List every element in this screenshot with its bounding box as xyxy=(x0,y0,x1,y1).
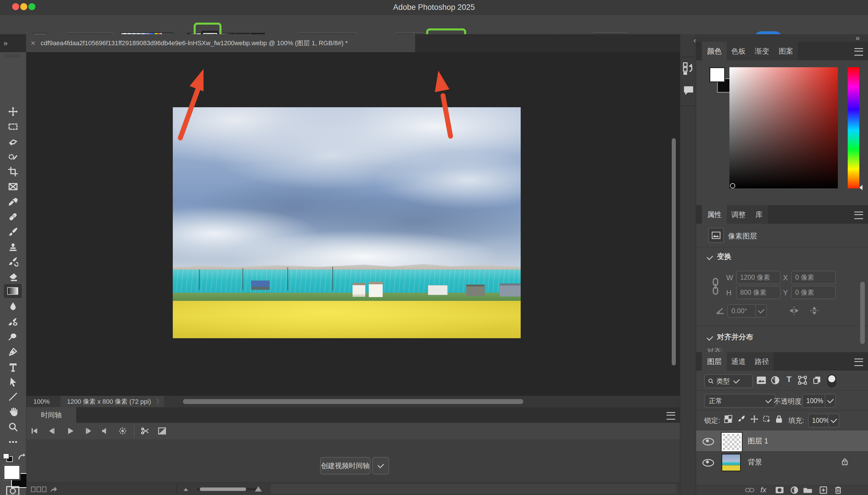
document-info[interactable]: 1200 像素 x 800 像素 (72 ppi) 〉 xyxy=(61,396,164,407)
layer-row-background[interactable]: 背景 xyxy=(696,451,868,473)
transform-collapse-icon[interactable] xyxy=(707,254,713,260)
tab-properties[interactable]: 属性 xyxy=(702,205,727,224)
flip-vertical-icon[interactable] xyxy=(809,305,820,316)
width-field[interactable]: 1200 像素 xyxy=(736,271,781,284)
filter-smart-object-icon[interactable] xyxy=(813,376,821,385)
lock-transparency-icon[interactable] xyxy=(724,415,733,423)
tab-gradients[interactable]: 渐变 xyxy=(750,42,774,60)
path-selection-tool[interactable] xyxy=(4,375,22,389)
tab-color[interactable]: 颜色 xyxy=(702,42,727,60)
comments-icon[interactable] xyxy=(683,85,694,96)
panel-foreground-swatch[interactable] xyxy=(710,67,725,82)
adjustment-layer-icon[interactable] xyxy=(790,486,799,494)
smudge-tool[interactable] xyxy=(4,314,22,329)
tab-timeline[interactable]: 时间轴 xyxy=(27,407,76,423)
move-tool[interactable] xyxy=(4,104,22,119)
crop-tool[interactable] xyxy=(4,164,22,179)
swap-colors-icon[interactable] xyxy=(17,453,27,461)
layer-visibility-eye-icon[interactable] xyxy=(702,459,714,466)
flip-horizontal-icon[interactable] xyxy=(788,305,800,316)
color-panel-menu-icon[interactable] xyxy=(854,48,863,56)
blend-mode-dropdown[interactable]: 正常 xyxy=(704,394,776,408)
toolbar-grip[interactable] xyxy=(6,54,20,57)
eraser-tool[interactable] xyxy=(4,270,22,284)
lasso-tool[interactable] xyxy=(4,135,22,149)
rectangular-marquee-tool[interactable] xyxy=(4,119,22,134)
lock-artboard-icon[interactable] xyxy=(762,415,771,423)
align-collapse-icon[interactable] xyxy=(707,334,713,341)
object-selection-tool[interactable] xyxy=(4,150,22,164)
lock-all-icon[interactable] xyxy=(775,415,783,423)
add-layer-mask-icon[interactable] xyxy=(775,486,784,494)
layer-filter-dropdown[interactable]: 类型 xyxy=(704,374,753,388)
height-field[interactable]: 800 像素 xyxy=(736,286,781,299)
zoom-out-small-icon[interactable] xyxy=(183,488,189,492)
angle-chevron[interactable] xyxy=(755,304,767,318)
link-dimensions-icon[interactable] xyxy=(711,278,720,295)
filter-type-icon[interactable]: T xyxy=(786,375,792,384)
lock-position-icon[interactable] xyxy=(750,415,759,423)
background-lock-icon[interactable] xyxy=(841,457,849,466)
clone-stamp-tool[interactable] xyxy=(4,239,22,254)
y-field[interactable]: 0 像素 xyxy=(791,286,836,299)
link-layers-icon[interactable] xyxy=(745,486,755,494)
healing-brush-tool[interactable] xyxy=(4,209,22,224)
dock-grip[interactable] xyxy=(682,56,694,58)
zoom-level[interactable]: 100% xyxy=(33,398,50,406)
layer-name[interactable]: 图层 1 xyxy=(748,436,768,446)
zoom-tool[interactable] xyxy=(4,420,22,434)
layer-thumbnail-transparent[interactable] xyxy=(721,433,742,451)
play-icon[interactable] xyxy=(66,426,75,436)
frame-view-icon[interactable] xyxy=(31,487,46,492)
lock-pixels-icon[interactable] xyxy=(737,415,746,423)
dodge-tool[interactable] xyxy=(4,329,22,344)
tab-patterns[interactable]: 图案 xyxy=(774,42,798,60)
canvas-area[interactable] xyxy=(27,52,680,396)
quick-mask-icon[interactable] xyxy=(6,486,20,495)
filter-adjustment-icon[interactable] xyxy=(771,376,780,385)
timeline-horizontal-scrollbar[interactable] xyxy=(271,484,677,494)
audio-mute-icon[interactable] xyxy=(101,426,110,436)
tab-swatches[interactable]: 色板 xyxy=(727,42,750,60)
delete-layer-trash-icon[interactable] xyxy=(834,486,842,494)
pen-tool[interactable] xyxy=(4,345,22,359)
layer-style-fx-icon[interactable]: fx xyxy=(761,485,766,494)
create-video-timeline-button[interactable]: 创建视频时间轴 xyxy=(320,457,371,474)
properties-scrollbar[interactable] xyxy=(860,282,865,344)
horizontal-scrollbar[interactable] xyxy=(183,399,523,404)
status-chevron-icon[interactable]: 〉 xyxy=(156,397,163,406)
hand-tool[interactable] xyxy=(4,405,22,419)
layers-panel-menu-icon[interactable] xyxy=(854,358,863,366)
tab-paths[interactable]: 路径 xyxy=(750,352,774,371)
type-tool[interactable] xyxy=(4,360,22,374)
hue-slider-marker[interactable] xyxy=(859,185,863,190)
tab-layers[interactable]: 图层 xyxy=(702,352,727,371)
hue-slider[interactable] xyxy=(848,67,859,188)
zoom-in-large-icon[interactable] xyxy=(254,486,262,492)
new-group-folder-icon[interactable] xyxy=(803,486,813,494)
transition-icon[interactable] xyxy=(157,426,167,436)
toolbar-expand-icon[interactable]: » xyxy=(3,39,7,48)
tab-libraries[interactable]: 库 xyxy=(750,205,768,224)
fill-chevron[interactable] xyxy=(828,413,839,427)
color-cursor[interactable] xyxy=(730,183,735,188)
layer-thumbnail-background[interactable] xyxy=(721,454,741,471)
next-frame-icon[interactable] xyxy=(84,426,93,436)
layers-opacity-chevron[interactable] xyxy=(825,394,836,408)
filter-frame-icon[interactable] xyxy=(798,376,807,385)
export-arrow-icon[interactable] xyxy=(49,485,58,493)
filter-toggle-switch[interactable] xyxy=(827,374,836,388)
blur-tool[interactable] xyxy=(4,300,22,314)
split-clip-scissors-icon[interactable] xyxy=(140,426,150,436)
timeline-zoom-slider[interactable] xyxy=(197,488,259,490)
properties-panel-menu-icon[interactable] xyxy=(854,211,863,219)
previous-frame-icon[interactable] xyxy=(47,426,56,436)
edit-toolbar-icon[interactable] xyxy=(4,435,22,449)
x-field[interactable]: 0 像素 xyxy=(791,271,836,284)
panel-expand-icon[interactable]: » xyxy=(855,34,860,42)
timeline-settings-gear-icon[interactable] xyxy=(118,426,127,436)
timeline-menu-icon[interactable] xyxy=(666,412,675,420)
layer-name[interactable]: 背景 xyxy=(748,457,762,467)
new-layer-icon[interactable] xyxy=(819,486,828,494)
tab-channels[interactable]: 通道 xyxy=(727,352,750,371)
